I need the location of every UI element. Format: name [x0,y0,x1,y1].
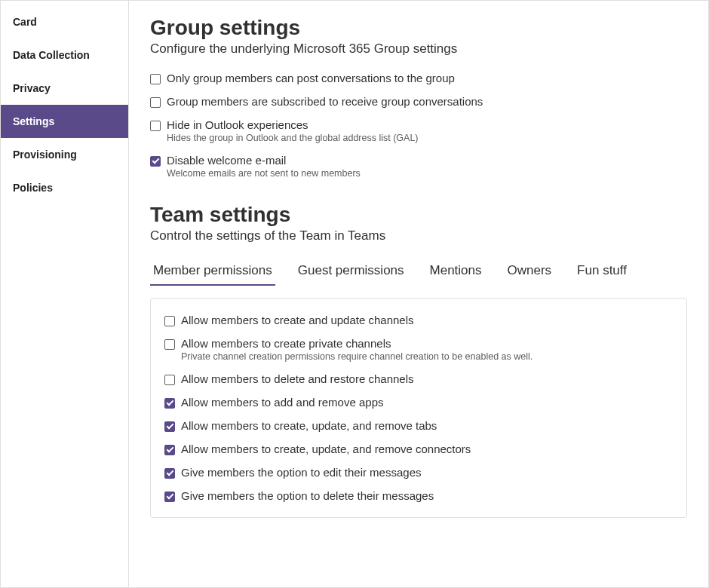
help-text: Welcome emails are not sent to new membe… [167,168,687,179]
checkbox-icon[interactable] [164,421,175,432]
tab-guest-permissions[interactable]: Guest permissions [295,259,407,286]
sidebar-item-label: Provisioning [13,149,77,161]
help-text: Private channel creation permissions req… [181,351,673,362]
team-settings-tabs: Member permissions Guest permissions Men… [150,259,687,286]
checkbox-row-connectors: Allow members to create, update, and rem… [164,443,673,455]
checkbox-text: Only group members can post conversation… [167,72,455,84]
tab-mentions[interactable]: Mentions [427,259,485,286]
main-content: Group settings Configure the underlying … [129,1,708,587]
checkbox-row-create-update-channels: Allow members to create and update chann… [164,314,673,326]
tab-label: Owners [508,263,552,277]
checkbox-row-disable-welcome: Disable welcome e-mail Welcome emails ar… [150,154,687,179]
checkbox-row-add-remove-apps: Allow members to add and remove apps [164,396,673,409]
checkbox-label[interactable]: Allow members to create, update, and rem… [164,443,673,455]
checkbox-label[interactable]: Disable welcome e-mail [150,154,687,167]
tab-label: Member permissions [153,263,272,277]
checkbox-text: Allow members to create private channels [181,337,391,350]
checkbox-label[interactable]: Allow members to delete and restore chan… [164,372,673,385]
group-settings-section: Group settings Configure the underlying … [150,16,687,179]
tab-fun-stuff[interactable]: Fun stuff [574,259,630,286]
sidebar-item-card[interactable]: Card [1,5,128,38]
team-settings-subtitle: Control the settings of the Team in Team… [150,228,687,243]
sidebar-item-label: Privacy [13,82,51,94]
tab-member-permissions[interactable]: Member permissions [150,259,275,286]
checkbox-icon[interactable] [164,398,175,409]
checkbox-text: Give members the option to delete their … [181,489,434,502]
help-text: Hides the group in Outlook and the globa… [167,133,687,143]
checkbox-row-delete-messages: Give members the option to delete their … [164,489,673,502]
checkbox-text: Allow members to create and update chann… [181,314,414,326]
sidebar-item-label: Settings [13,115,54,127]
checkbox-icon[interactable] [164,468,175,479]
checkbox-text: Hide in Outlook experiences [167,118,308,131]
checkbox-label[interactable]: Hide in Outlook experiences [150,118,687,131]
sidebar-item-label: Policies [13,182,53,194]
sidebar-item-provisioning[interactable]: Provisioning [1,138,128,171]
sidebar-item-data-collection[interactable]: Data Collection [1,38,128,72]
tab-label: Guest permissions [298,263,404,277]
team-settings-section: Team settings Control the settings of th… [150,203,687,518]
checkbox-text: Give members the option to edit their me… [181,466,422,479]
checkbox-text: Group members are subscribed to receive … [167,95,483,108]
checkbox-text: Allow members to add and remove apps [181,396,383,409]
tab-label: Fun stuff [577,263,627,277]
sidebar: Card Data Collection Privacy Settings Pr… [1,1,129,587]
checkbox-icon[interactable] [164,492,175,502]
checkbox-row-members-post: Only group members can post conversation… [150,72,687,84]
checkbox-label[interactable]: Only group members can post conversation… [150,72,687,84]
checkbox-row-subscribed: Group members are subscribed to receive … [150,95,687,108]
group-settings-subtitle: Configure the underlying Microsoft 365 G… [150,41,687,57]
tab-owners[interactable]: Owners [505,259,555,286]
sidebar-item-policies[interactable]: Policies [1,171,128,204]
checkbox-row-tabs: Allow members to create, update, and rem… [164,419,673,432]
tab-label: Mentions [430,263,482,277]
checkbox-icon[interactable] [150,121,161,131]
sidebar-item-label: Card [13,16,37,28]
checkbox-icon[interactable] [164,445,175,455]
group-settings-title: Group settings [150,16,687,40]
checkbox-row-delete-restore-channels: Allow members to delete and restore chan… [164,372,673,385]
checkbox-label[interactable]: Give members the option to delete their … [164,489,673,502]
checkbox-row-create-private-channels: Allow members to create private channels… [164,337,673,362]
checkbox-icon[interactable] [164,375,175,385]
checkbox-label[interactable]: Give members the option to edit their me… [164,466,673,479]
checkbox-label[interactable]: Allow members to add and remove apps [164,396,673,409]
checkbox-label[interactable]: Allow members to create private channels [164,337,673,350]
checkbox-icon[interactable] [164,316,175,326]
checkbox-icon[interactable] [164,339,175,350]
checkbox-text: Allow members to create, update, and rem… [181,443,471,455]
checkbox-icon[interactable] [150,74,161,84]
checkbox-text: Allow members to delete and restore chan… [181,372,414,385]
checkbox-row-hide-outlook: Hide in Outlook experiences Hides the gr… [150,118,687,143]
sidebar-item-privacy[interactable]: Privacy [1,72,128,105]
sidebar-item-label: Data Collection [13,49,90,61]
checkbox-text: Allow members to create, update, and rem… [181,419,437,432]
checkbox-label[interactable]: Allow members to create and update chann… [164,314,673,326]
checkbox-label[interactable]: Group members are subscribed to receive … [150,95,687,108]
checkbox-row-edit-messages: Give members the option to edit their me… [164,466,673,479]
checkbox-text: Disable welcome e-mail [167,154,286,167]
checkbox-label[interactable]: Allow members to create, update, and rem… [164,419,673,432]
tab-panel-member-permissions: Allow members to create and update chann… [150,298,687,518]
checkbox-icon[interactable] [150,156,161,167]
team-settings-title: Team settings [150,203,687,227]
checkbox-icon[interactable] [150,97,161,108]
sidebar-item-settings[interactable]: Settings [1,105,128,138]
